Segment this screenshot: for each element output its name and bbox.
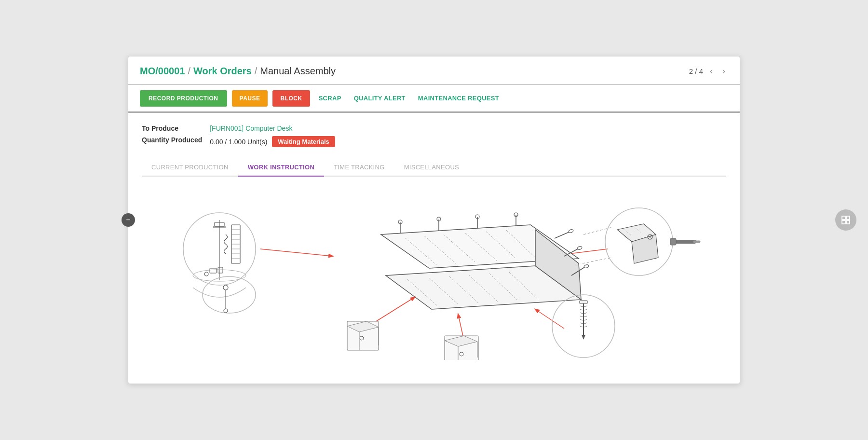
to-produce-label: To Produce (142, 124, 202, 132)
svg-point-50 (583, 264, 589, 268)
svg-point-19 (224, 309, 228, 313)
expand-icon (841, 215, 851, 225)
svg-rect-85 (846, 220, 850, 224)
svg-marker-69 (582, 335, 585, 340)
tab-time-tracking[interactable]: TIME TRACKING (324, 159, 394, 177)
breadcrumb-work-orders[interactable]: Work Orders (193, 66, 252, 77)
svg-rect-81 (670, 238, 676, 245)
record-production-button[interactable]: RECORD PRODUCTION (140, 90, 227, 107)
header: MO/00001 / Work Orders / Manual Assembly… (128, 56, 740, 85)
breadcrumb-sep1: / (188, 66, 190, 77)
svg-line-53 (376, 297, 415, 321)
assembly-diagram (142, 186, 726, 360)
breadcrumb-manual-assembly: Manual Assembly (260, 66, 336, 77)
pagination-display: 2 / 4 (689, 67, 703, 75)
svg-point-18 (223, 285, 228, 290)
tab-work-instruction[interactable]: WORK INSTRUCTION (238, 159, 324, 177)
svg-point-46 (568, 229, 573, 233)
expand-button[interactable] (835, 209, 856, 231)
scrap-button[interactable]: SCRAP (315, 90, 345, 107)
breadcrumb-mo[interactable]: MO/00001 (140, 66, 185, 77)
tabs-bar: CURRENT PRODUCTION WORK INSTRUCTION TIME… (142, 159, 726, 177)
toolbar: RECORD PRODUCTION PAUSE BLOCK SCRAP QUAL… (128, 85, 740, 113)
svg-line-20 (260, 249, 333, 256)
pagination-next-button[interactable]: › (719, 65, 728, 77)
svg-rect-84 (842, 220, 845, 224)
breadcrumb-sep2: / (255, 66, 258, 77)
quantity-value: 0.00 / 1.000 Unit(s) (210, 138, 267, 146)
quantity-label: Quantity Produced (142, 136, 202, 147)
tab-current-production[interactable]: CURRENT PRODUCTION (142, 159, 238, 177)
svg-rect-15 (218, 267, 223, 273)
left-toggle-button[interactable]: − (122, 213, 135, 227)
main-window: MO/00001 / Work Orders / Manual Assembly… (128, 56, 740, 384)
svg-rect-82 (842, 216, 845, 220)
block-button[interactable]: BLOCK (272, 90, 310, 107)
content-area: To Produce [FURN001] Computer Desk Quant… (128, 113, 740, 371)
tab-miscellaneous[interactable]: MISCELLANEOUS (394, 159, 469, 177)
quantity-row: 0.00 / 1.000 Unit(s) Waiting Materials (210, 136, 726, 147)
svg-point-48 (577, 246, 582, 250)
svg-rect-68 (580, 301, 587, 303)
pagination: 2 / 4 ‹ › (689, 65, 728, 77)
quality-alert-button[interactable]: QUALITY ALERT (350, 90, 409, 107)
work-instruction-area (142, 177, 726, 371)
breadcrumb: MO/00001 / Work Orders / Manual Assembly (140, 66, 336, 77)
maintenance-request-button[interactable]: MAINTENANCE REQUEST (414, 90, 503, 107)
svg-point-13 (204, 272, 208, 276)
pause-button[interactable]: PAUSE (232, 90, 268, 107)
pagination-prev-button[interactable]: ‹ (707, 65, 716, 77)
svg-rect-14 (210, 268, 217, 273)
to-produce-value: [FURN001] Computer Desk (210, 124, 726, 132)
svg-line-65 (535, 309, 564, 329)
svg-line-45 (555, 232, 569, 238)
info-grid: To Produce [FURN001] Computer Desk Quant… (142, 124, 726, 147)
svg-line-52 (583, 258, 611, 263)
svg-rect-83 (846, 216, 850, 220)
svg-point-16 (203, 276, 256, 313)
svg-line-59 (458, 314, 463, 336)
waiting-materials-badge: Waiting Materials (272, 136, 335, 147)
